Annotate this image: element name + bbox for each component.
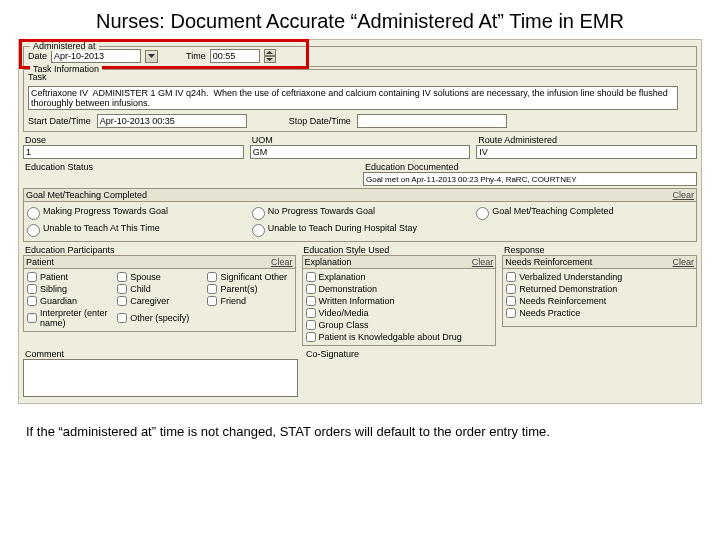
part-8: Friend	[220, 296, 246, 306]
part-10: Other (specify)	[130, 313, 189, 323]
edu-status-label: Education Status	[23, 161, 357, 172]
dose-value[interactable]: 1	[23, 145, 244, 159]
edu-doc-label: Education Documented	[363, 161, 697, 172]
part-chk-4[interactable]	[117, 284, 127, 294]
time-input[interactable]	[210, 49, 260, 63]
start-date-label: Start Date/Time	[28, 116, 91, 126]
part-3: Sibling	[40, 284, 67, 294]
resp-chk-3[interactable]	[506, 308, 516, 318]
goal-opt-1: No Progress Towards Goal	[268, 206, 375, 216]
style-2: Written Information	[319, 296, 395, 306]
part-chk-10[interactable]	[117, 313, 127, 323]
style-0: Explanation	[319, 272, 366, 282]
start-date-input[interactable]	[97, 114, 247, 128]
date-input[interactable]	[51, 49, 141, 63]
page-title: Nurses: Document Accurate “Administered …	[0, 0, 720, 39]
part-5: Parent(s)	[220, 284, 257, 294]
participants-label: Education Participants	[23, 244, 295, 255]
edu-doc-value: Goal met on Apr-11-2013 00:23 Phy-4, RaR…	[363, 172, 697, 186]
part-chk-1[interactable]	[117, 272, 127, 282]
resp-1: Returned Demonstration	[519, 284, 617, 294]
section-title-administered: Administered at	[30, 41, 99, 51]
style-chk-3[interactable]	[306, 308, 316, 318]
resp-0: Verbalized Understanding	[519, 272, 622, 282]
svg-marker-2	[266, 58, 273, 61]
svg-marker-0	[148, 54, 155, 58]
part-6: Guardian	[40, 296, 77, 306]
style-label: Education Style Used	[301, 244, 496, 255]
stop-date-label: Stop Date/Time	[289, 116, 351, 126]
participants-clear[interactable]: Clear	[271, 257, 293, 267]
part-1: Spouse	[130, 272, 161, 282]
style-1: Demonstration	[319, 284, 378, 294]
resp-3: Needs Practice	[519, 308, 580, 318]
resp-chk-2[interactable]	[506, 296, 516, 306]
emr-form: Administered at Date Time Task Informati…	[18, 39, 702, 404]
dose-label: Dose	[23, 134, 244, 145]
footer-note: If the “administered at” time is not cha…	[0, 404, 720, 439]
goal-opt-2: Goal Met/Teaching Completed	[492, 206, 613, 216]
style-chk-0[interactable]	[306, 272, 316, 282]
resp-chk-0[interactable]	[506, 272, 516, 282]
part-chk-7[interactable]	[117, 296, 127, 306]
svg-marker-1	[266, 51, 273, 54]
goal-radio-0[interactable]	[27, 207, 40, 220]
resp-2: Needs Reinforcement	[519, 296, 606, 306]
goal-opt-0: Making Progress Towards Goal	[43, 206, 168, 216]
style-chk-4[interactable]	[306, 320, 316, 330]
goal-radio-1[interactable]	[252, 207, 265, 220]
goal-radio-4[interactable]	[252, 224, 265, 237]
stop-date-input[interactable]	[357, 114, 507, 128]
date-label: Date	[28, 51, 47, 61]
section-task-info: Task Information Task Start Date/Time St…	[23, 69, 697, 132]
style-chk-1[interactable]	[306, 284, 316, 294]
uom-label: UOM	[250, 134, 471, 145]
response-label: Response	[502, 244, 697, 255]
part-chk-0[interactable]	[27, 272, 37, 282]
goal-met-header: Goal Met/Teaching Completed	[26, 190, 147, 200]
style-4: Group Class	[319, 320, 369, 330]
style-chk-2[interactable]	[306, 296, 316, 306]
route-label: Route Administered	[476, 134, 697, 145]
part-chk-9[interactable]	[27, 313, 37, 323]
goal-met-clear[interactable]: Clear	[672, 190, 694, 200]
resp-chk-1[interactable]	[506, 284, 516, 294]
time-spin-up[interactable]	[264, 49, 276, 56]
goal-opt-3: Unable to Teach At This Time	[43, 223, 160, 233]
comment-input[interactable]	[23, 359, 298, 397]
style-header: Explanation	[305, 257, 352, 267]
part-chk-2[interactable]	[207, 272, 217, 282]
part-chk-5[interactable]	[207, 284, 217, 294]
time-spin-down[interactable]	[264, 56, 276, 63]
part-9: Interpreter (enter name)	[40, 308, 111, 328]
date-dropdown[interactable]	[145, 50, 158, 63]
uom-value[interactable]: GM	[250, 145, 471, 159]
goal-radio-3[interactable]	[27, 224, 40, 237]
style-chk-5[interactable]	[306, 332, 316, 342]
part-chk-3[interactable]	[27, 284, 37, 294]
route-value[interactable]: IV	[476, 145, 697, 159]
comment-label: Comment	[23, 348, 298, 359]
participants-header: Patient	[26, 257, 54, 267]
goal-opt-4: Unable to Teach During Hospital Stay	[268, 223, 417, 233]
style-3: Video/Media	[319, 308, 369, 318]
goal-radio-2[interactable]	[476, 207, 489, 220]
style-clear[interactable]: Clear	[472, 257, 494, 267]
cosig-label: Co-Signature	[304, 348, 697, 359]
style-5: Patient is Knowledgable about Drug	[319, 332, 462, 342]
part-chk-8[interactable]	[207, 296, 217, 306]
section-title-task: Task Information	[30, 64, 102, 74]
response-clear[interactable]: Clear	[672, 257, 694, 267]
response-header: Needs Reinforcement	[505, 257, 592, 267]
part-chk-6[interactable]	[27, 296, 37, 306]
part-0: Patient	[40, 272, 68, 282]
task-input[interactable]	[28, 86, 678, 110]
part-7: Caregiver	[130, 296, 169, 306]
section-administered-at: Administered at Date Time	[23, 46, 697, 67]
part-4: Child	[130, 284, 151, 294]
part-2: Significant Other	[220, 272, 287, 282]
time-label: Time	[186, 51, 206, 61]
